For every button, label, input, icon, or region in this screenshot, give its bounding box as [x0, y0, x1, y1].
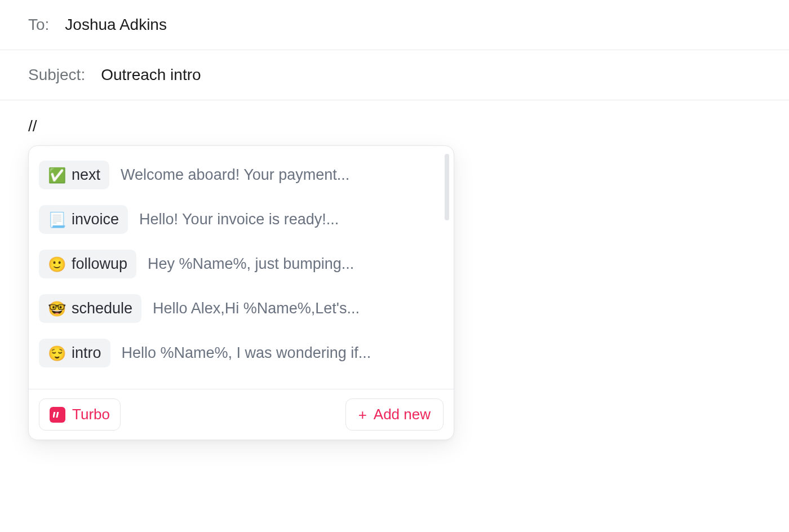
to-value[interactable]: Joshua Adkins [65, 16, 167, 34]
scrollbar[interactable] [445, 154, 449, 220]
snippet-name: next [72, 166, 100, 184]
snippet-chip: 📃 invoice [39, 205, 128, 234]
add-new-label: Add new [374, 406, 431, 423]
subject-value[interactable]: Outreach intro [101, 66, 201, 84]
to-label: To: [28, 16, 49, 34]
snippet-trigger-text: // [28, 117, 761, 135]
snippet-item-invoice[interactable]: 📃 invoice Hello! Your invoice is ready!.… [39, 201, 444, 238]
snippet-name: followup [72, 255, 127, 273]
snippet-item-intro[interactable]: 😌 intro Hello %Name%, I was wondering if… [39, 334, 444, 372]
turbo-logo-icon [50, 407, 65, 423]
snippet-name: intro [72, 344, 101, 362]
compose-window: To: Joshua Adkins Subject: Outreach intr… [0, 0, 789, 532]
turbo-button[interactable]: Turbo [39, 398, 121, 431]
snippet-popup: ✅ next Welcome aboard! Your payment... 📃… [28, 145, 454, 440]
snippet-item-schedule[interactable]: 🤓 schedule Hello Alex,Hi %Name%,Let's... [39, 290, 444, 327]
snippet-chip: 🙂 followup [39, 250, 136, 278]
snippet-preview: Hello Alex,Hi %Name%,Let's... [153, 300, 360, 317]
svg-rect-0 [53, 412, 55, 418]
nerd-face-icon: 🤓 [48, 302, 66, 316]
turbo-label: Turbo [72, 406, 110, 423]
smile-icon: 🙂 [48, 257, 66, 272]
svg-rect-1 [56, 412, 59, 418]
snippet-list: ✅ next Welcome aboard! Your payment... 📃… [29, 146, 454, 389]
body-area[interactable]: // ✅ next Welcome aboard! Your payment..… [0, 100, 789, 457]
snippet-chip: 🤓 schedule [39, 294, 141, 323]
snippet-preview: Hey %Name%, just bumping... [148, 255, 354, 273]
subject-field-row: Subject: Outreach intro [0, 50, 789, 100]
snippet-chip: 😌 intro [39, 339, 110, 367]
to-field-row: To: Joshua Adkins [0, 0, 789, 50]
page-icon: 📃 [48, 212, 66, 227]
snippet-name: invoice [72, 211, 119, 228]
plus-icon: + [358, 407, 367, 422]
check-icon: ✅ [48, 168, 66, 183]
snippet-preview: Welcome aboard! Your payment... [121, 166, 349, 184]
snippet-item-followup[interactable]: 🙂 followup Hey %Name%, just bumping... [39, 245, 444, 283]
add-new-button[interactable]: + Add new [345, 398, 444, 431]
popup-footer: Turbo + Add new [29, 389, 454, 440]
snippet-preview: Hello! Your invoice is ready!... [139, 211, 339, 228]
snippet-preview: Hello %Name%, I was wondering if... [122, 344, 371, 362]
snippet-chip: ✅ next [39, 161, 109, 189]
snippet-name: schedule [72, 300, 132, 317]
relieved-face-icon: 😌 [48, 346, 66, 361]
snippet-item-next[interactable]: ✅ next Welcome aboard! Your payment... [39, 156, 444, 194]
subject-label: Subject: [28, 66, 85, 84]
